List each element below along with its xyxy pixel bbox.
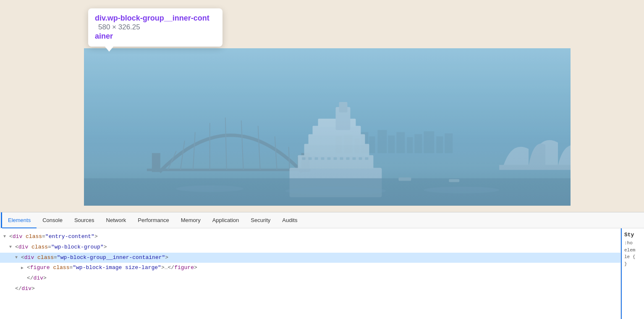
- tab-console[interactable]: Console: [37, 213, 68, 228]
- tab-application[interactable]: Application: [207, 213, 245, 228]
- triangle-2[interactable]: [9, 244, 15, 251]
- tab-performance[interactable]: Performance: [132, 213, 175, 228]
- tab-audits[interactable]: Audits: [276, 213, 303, 228]
- tooltip-element-name: div.wp-block-group__inner-cont: [95, 13, 209, 23]
- tree-line-2[interactable]: <div class="wp-block-group">: [0, 242, 620, 253]
- triangle-4[interactable]: [21, 265, 27, 272]
- html-panel: <div class="entry-content"> <div class="…: [0, 228, 644, 319]
- tree-line-5[interactable]: </div>: [0, 273, 620, 284]
- styles-close-label: }: [624, 261, 641, 268]
- styles-hover-label: :ho: [624, 240, 641, 247]
- html-tree[interactable]: <div class="entry-content"> <div class="…: [0, 228, 621, 319]
- tab-network[interactable]: Network: [100, 213, 132, 228]
- element-tooltip: div.wp-block-group__inner-cont 580 × 326…: [88, 8, 223, 47]
- tree-line-3[interactable]: <div class="wp-block-group__inner-contai…: [0, 253, 620, 263]
- page-screenshot-image: [84, 48, 571, 206]
- styles-element-label: elem: [624, 247, 641, 254]
- page-area: div.wp-block-group__inner-cont 580 × 326…: [0, 0, 644, 212]
- devtools-panel: Elements Console Sources Network Perform…: [0, 212, 644, 319]
- tab-memory[interactable]: Memory: [175, 213, 207, 228]
- tab-security[interactable]: Security: [245, 213, 276, 228]
- tooltip-element-name-line2: ainer: [95, 31, 216, 41]
- tree-line-1[interactable]: <div class="entry-content">: [0, 232, 620, 242]
- triangle-1[interactable]: [3, 233, 9, 240]
- tree-line-4[interactable]: <figure class="wp-block-image size-large…: [0, 263, 620, 273]
- styles-panel: Sty :ho elem le { }: [621, 228, 644, 319]
- tree-line-6[interactable]: </div>: [0, 284, 620, 294]
- tooltip-dimensions: 580 × 326.25: [98, 23, 140, 31]
- tab-elements[interactable]: Elements: [2, 213, 37, 228]
- devtools-tabs-bar: Elements Console Sources Network Perform…: [0, 212, 644, 228]
- triangle-3[interactable]: [15, 254, 21, 261]
- svg-rect-53: [84, 48, 571, 206]
- tab-sources[interactable]: Sources: [68, 213, 100, 228]
- styles-le-label: le {: [624, 254, 641, 261]
- styles-panel-title: Sty: [624, 232, 641, 238]
- sydney-image: [84, 48, 571, 206]
